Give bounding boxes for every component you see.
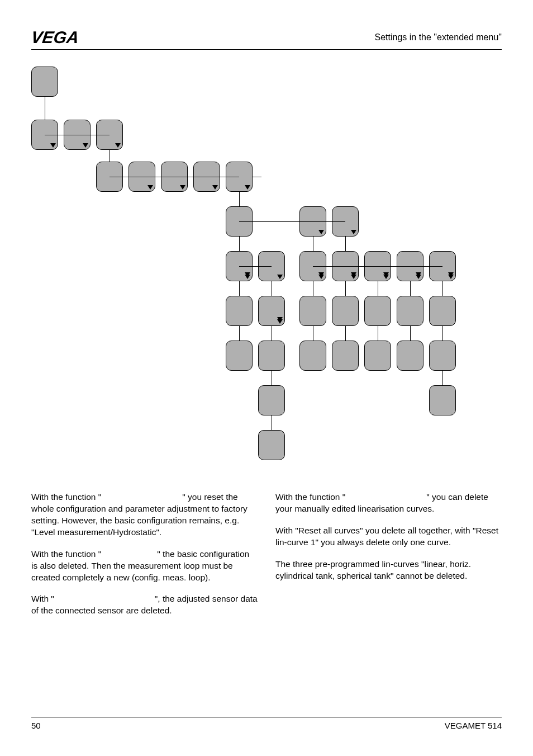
product-name: VEGAMET 514 xyxy=(445,721,502,730)
diagram-connector xyxy=(313,266,442,267)
diagram-node xyxy=(258,430,285,460)
diagram-connector xyxy=(378,326,378,341)
diagram-node xyxy=(258,341,285,371)
para-reset-config: With the function "" you reset the whole… xyxy=(31,492,258,538)
diagram-connector xyxy=(378,281,378,296)
menu-diagram xyxy=(26,67,489,480)
diagram-connector xyxy=(239,237,240,251)
down-arrow-icon xyxy=(318,275,324,279)
logo: VEGA xyxy=(30,28,80,47)
diagram-node xyxy=(31,67,58,97)
diagram-node xyxy=(429,296,456,326)
down-arrow-icon xyxy=(351,275,356,279)
down-arrow-icon xyxy=(351,230,356,234)
para-basic-config: With the function "" the basic configura… xyxy=(31,549,258,584)
diagram-node xyxy=(397,341,423,371)
diagram-connector xyxy=(110,150,110,162)
diagram-connector xyxy=(45,135,110,135)
diagram-connector xyxy=(442,326,443,341)
diagram-node xyxy=(332,341,359,371)
diagram-connector xyxy=(272,415,272,430)
down-arrow-icon xyxy=(115,143,121,148)
para-sensor-data: With "", the adjusted sensor data of the… xyxy=(31,593,258,617)
down-arrow-icon xyxy=(83,143,88,148)
diagram-connector xyxy=(313,237,313,251)
diagram-connector xyxy=(345,237,346,251)
diagram-node xyxy=(258,385,285,415)
down-arrow-icon xyxy=(416,275,421,279)
left-column: With the function "" you reset the whole… xyxy=(31,492,258,627)
para-preprogrammed: The three pre-programmed lin-curves "lin… xyxy=(275,559,502,582)
down-arrow-icon xyxy=(147,185,153,190)
down-arrow-icon xyxy=(448,275,454,279)
diagram-node xyxy=(332,296,359,326)
down-arrow-icon xyxy=(180,185,185,190)
diagram-connector xyxy=(410,326,411,341)
diagram-connector xyxy=(239,326,240,341)
para-reset-curves: With "Reset all curves" you delete all t… xyxy=(275,525,502,549)
diagram-connector xyxy=(239,266,272,267)
diagram-connector xyxy=(313,281,313,296)
diagram-node xyxy=(429,385,456,415)
diagram-connector xyxy=(410,281,411,296)
section-title: Settings in the "extended menu" xyxy=(374,32,502,42)
diagram-node xyxy=(226,296,253,326)
down-arrow-icon xyxy=(277,275,283,279)
diagram-connector xyxy=(313,326,313,341)
diagram-connector xyxy=(345,281,346,296)
diagram-connector xyxy=(272,371,272,385)
diagram-node xyxy=(429,341,456,371)
diagram-connector xyxy=(239,221,345,222)
diagram-node xyxy=(397,296,423,326)
diagram-connector xyxy=(239,192,240,206)
para-lin-curves: With the function "" you can delete your… xyxy=(275,492,502,515)
diagram-node xyxy=(226,341,253,371)
diagram-connector xyxy=(110,177,239,177)
down-arrow-icon xyxy=(383,275,389,279)
diagram-connector xyxy=(253,177,261,177)
down-arrow-icon xyxy=(277,319,283,324)
down-arrow-icon xyxy=(245,185,250,190)
diagram-node xyxy=(364,296,391,326)
page-header: VEGA Settings in the "extended menu" xyxy=(31,28,502,50)
diagram-node xyxy=(299,296,326,326)
page-number: 50 xyxy=(31,721,41,730)
body-text: With the function "" you reset the whole… xyxy=(31,492,502,627)
diagram-connector xyxy=(45,97,45,120)
diagram-connector xyxy=(442,281,443,296)
down-arrow-icon xyxy=(50,143,56,148)
right-column: With the function "" you can delete your… xyxy=(275,492,502,627)
diagram-node xyxy=(299,341,326,371)
diagram-connector xyxy=(442,371,443,385)
diagram-node xyxy=(364,341,391,371)
page-footer: 50 VEGAMET 514 xyxy=(31,717,502,730)
diagram-connector xyxy=(272,281,272,296)
diagram-connector xyxy=(239,281,240,296)
down-arrow-icon xyxy=(212,185,218,190)
down-arrow-icon xyxy=(318,230,324,234)
diagram-connector xyxy=(345,326,346,341)
diagram-connector xyxy=(272,326,272,341)
down-arrow-icon xyxy=(245,275,250,279)
